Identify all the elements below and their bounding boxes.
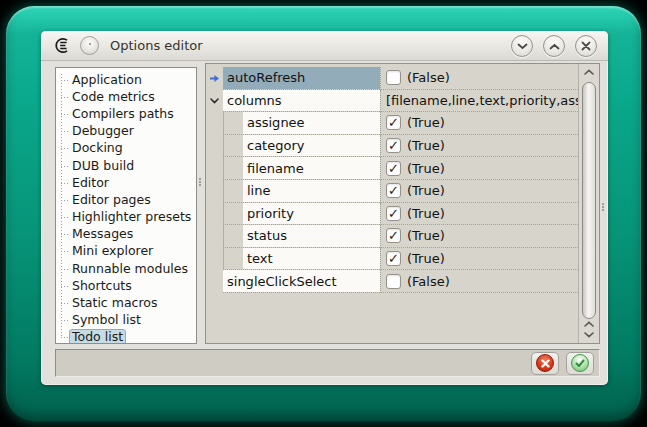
property-value: ✓ (True): [380, 248, 578, 271]
sidebar-item-dub-build[interactable]: DUB build: [56, 157, 196, 174]
checkbox-unchecked[interactable]: [386, 70, 401, 85]
checkbox-checked[interactable]: ✓: [386, 115, 401, 130]
property-name[interactable]: priority: [243, 203, 380, 225]
sidebar-item-editor[interactable]: Editor: [56, 174, 196, 191]
property-value[interactable]: [filename,line,text,priority,assigne: [380, 90, 578, 113]
property-row-priority[interactable]: priority ✓ (True): [206, 203, 578, 226]
chevron-up-icon: [584, 321, 594, 327]
tree-indent: [223, 180, 243, 202]
scroll-down-button[interactable]: [579, 329, 599, 341]
property-row-singleclickselect[interactable]: singleClickSelect (False): [206, 270, 578, 293]
property-row-line[interactable]: line ✓ (True): [206, 180, 578, 203]
tree-indent: [223, 112, 243, 134]
property-value: ✓ (True): [380, 203, 578, 226]
cancel-x-icon: [536, 354, 554, 372]
sidebar-item-compilers-paths[interactable]: Compilers paths: [56, 105, 196, 122]
selected-row-arrow-icon: [209, 74, 220, 83]
chevron-up-icon: [584, 69, 594, 75]
tree-indent: [223, 225, 243, 247]
cancel-button[interactable]: [531, 352, 559, 375]
sidebar-item-highlighter-presets[interactable]: Highlighter presets: [56, 209, 196, 226]
property-row-assignee[interactable]: assignee ✓ (True): [206, 112, 578, 135]
accept-check-icon: [571, 354, 589, 372]
close-icon: [581, 41, 591, 51]
chevron-down-icon: [584, 332, 594, 338]
scrollbar-thumb[interactable]: [582, 82, 596, 319]
property-value: (False): [380, 67, 578, 90]
property-name[interactable]: filename: [243, 157, 380, 179]
property-row-status[interactable]: status ✓ (True): [206, 225, 578, 248]
title-bar[interactable]: Options editor: [41, 31, 608, 61]
property-value: ✓ (True): [380, 112, 578, 135]
property-name[interactable]: status: [243, 225, 380, 247]
property-value: ✓ (True): [380, 135, 578, 158]
sidebar-item-application[interactable]: Application: [56, 71, 196, 88]
maximize-button[interactable]: [543, 35, 565, 57]
chevron-up-icon: [549, 43, 560, 50]
property-value: ✓ (True): [380, 157, 578, 180]
sidebar-item-todo-list[interactable]: Todo list: [56, 329, 196, 344]
tree-indent: [223, 203, 243, 225]
value-label: (True): [407, 138, 445, 153]
property-value: (False): [380, 270, 578, 293]
tree-indent: [223, 157, 243, 179]
checkbox-unchecked[interactable]: [386, 274, 401, 289]
minimize-button[interactable]: [511, 35, 533, 57]
close-button[interactable]: [575, 35, 597, 57]
property-name[interactable]: line: [243, 180, 380, 202]
checkbox-checked[interactable]: ✓: [386, 228, 401, 243]
checkbox-checked[interactable]: ✓: [386, 138, 401, 153]
checkbox-checked[interactable]: ✓: [386, 206, 401, 221]
property-name[interactable]: category: [243, 135, 380, 157]
vertical-scrollbar[interactable]: [578, 64, 599, 343]
sidebar-item-docking[interactable]: Docking: [56, 140, 196, 157]
checkbox-checked[interactable]: ✓: [386, 183, 401, 198]
value-label: (False): [407, 274, 450, 289]
expander-chevron-down-icon[interactable]: [210, 98, 219, 104]
property-name[interactable]: assignee: [243, 112, 380, 134]
value-label: (True): [407, 161, 445, 176]
sidebar-item-mini-explorer[interactable]: Mini explorer: [56, 243, 196, 260]
sidebar-item-shortcuts[interactable]: Shortcuts: [56, 277, 196, 294]
property-value: ✓ (True): [380, 225, 578, 248]
category-sidebar: Application Code metrics Compilers paths…: [55, 67, 197, 344]
sidebar-item-debugger[interactable]: Debugger: [56, 123, 196, 140]
sidebar-item-static-macros[interactable]: Static macros: [56, 294, 196, 311]
property-name[interactable]: singleClickSelect: [223, 270, 380, 292]
value-label: (True): [407, 115, 445, 130]
property-row-text[interactable]: text ✓ (True): [206, 248, 578, 271]
property-grid: autoRefresh (False) columns [filename,li…: [205, 63, 600, 344]
app-logo-icon: [54, 37, 71, 54]
value-label: (True): [407, 183, 445, 198]
property-name[interactable]: autoRefresh: [223, 67, 380, 89]
property-name[interactable]: columns: [223, 90, 380, 112]
sidebar-item-symbol-list[interactable]: Symbol list: [56, 312, 196, 329]
category-tree: Application Code metrics Compilers paths…: [56, 68, 196, 344]
property-row-filename[interactable]: filename ✓ (True): [206, 157, 578, 180]
sidebar-item-messages[interactable]: Messages: [56, 226, 196, 243]
value-label: (True): [407, 228, 445, 243]
tree-indent: [223, 248, 243, 270]
value-label: [filename,line,text,priority,assigne: [386, 93, 578, 108]
property-name[interactable]: text: [243, 248, 380, 270]
tree-indent: [223, 135, 243, 157]
splitter-grip[interactable]: [198, 177, 202, 187]
value-label: (False): [407, 70, 450, 85]
window-title: Options editor: [110, 38, 203, 53]
scroll-up-button[interactable]: [579, 66, 599, 78]
sidebar-item-runnable-modules[interactable]: Runnable modules: [56, 260, 196, 277]
checkbox-checked[interactable]: ✓: [386, 251, 401, 266]
property-row-columns[interactable]: columns [filename,line,text,priority,ass…: [206, 90, 578, 113]
chevron-down-icon: [517, 43, 528, 50]
property-row-category[interactable]: category ✓ (True): [206, 135, 578, 158]
checkbox-checked[interactable]: ✓: [386, 161, 401, 176]
options-editor-window: Options editor Application Code metrics …: [41, 31, 608, 385]
value-label: (True): [407, 206, 445, 221]
sidebar-item-code-metrics[interactable]: Code metrics: [56, 88, 196, 105]
accept-button[interactable]: [566, 352, 594, 375]
window-menu-button[interactable]: [80, 36, 99, 55]
property-row-autorefresh[interactable]: autoRefresh (False): [206, 67, 578, 90]
value-label: (True): [407, 251, 445, 266]
right-splitter-grip[interactable]: [601, 202, 605, 212]
sidebar-item-editor-pages[interactable]: Editor pages: [56, 191, 196, 208]
